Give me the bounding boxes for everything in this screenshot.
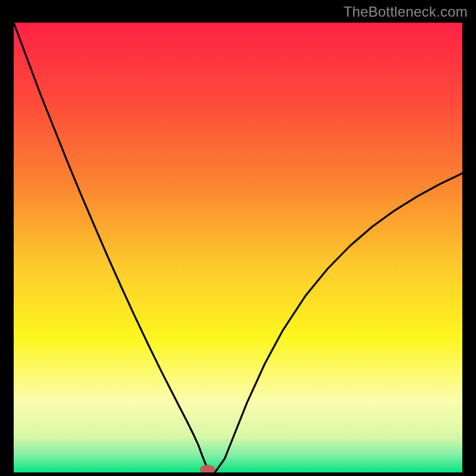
gradient-background [14,23,462,472]
plot-area [14,23,462,472]
watermark-text: TheBottleneck.com [343,4,468,20]
chart-frame: TheBottleneck.com [0,0,476,476]
chart-svg [14,23,462,472]
